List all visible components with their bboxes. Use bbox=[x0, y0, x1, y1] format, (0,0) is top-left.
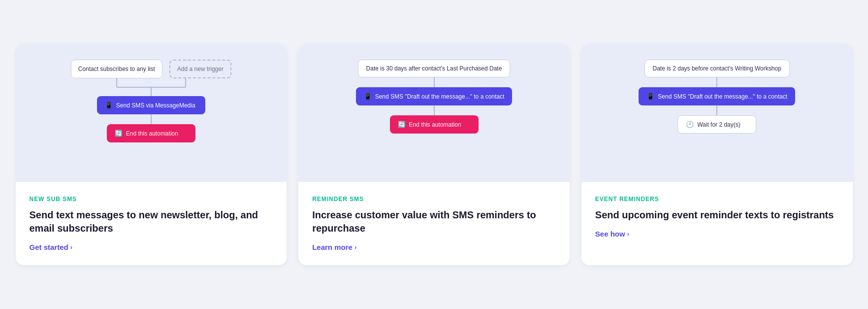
card-1-diagram: Contact subscribes to any list Add a new… bbox=[16, 44, 287, 182]
card-1-tag: NEW SUB SMS bbox=[30, 196, 273, 203]
refresh-icon-2: 🔄 bbox=[398, 121, 406, 128]
connector-1 bbox=[151, 114, 152, 124]
trigger-node-2-dashed: Add a new trigger bbox=[169, 60, 231, 78]
sms-icon-2: 📱 bbox=[364, 93, 372, 100]
card-2-tag: REMINDER SMS bbox=[312, 196, 556, 203]
card-3-link[interactable]: See how › bbox=[595, 230, 839, 238]
card-reminder-sms: Date is 30 days after contact's Last Pur… bbox=[298, 44, 570, 265]
chevron-icon-2: › bbox=[354, 243, 356, 251]
card-2-link[interactable]: Learn more › bbox=[312, 243, 556, 251]
card-2-content: REMINDER SMS Increase customer value wit… bbox=[298, 182, 570, 265]
card-1-flow: Contact subscribes to any list Add a new… bbox=[28, 60, 275, 142]
connector-2a bbox=[434, 77, 435, 87]
clock-icon-3: 🕐 bbox=[686, 121, 694, 128]
card-3-diagram: Date is 2 days before contact's Writing … bbox=[581, 44, 853, 182]
step-end-automation-1: 🔄 End this automation bbox=[107, 124, 195, 142]
step-end-automation-2: 🔄 End this automation bbox=[390, 115, 479, 134]
refresh-icon-1: 🔄 bbox=[115, 130, 123, 137]
connector-3a bbox=[716, 77, 717, 87]
card-3-flow: Date is 2 days before contact's Writing … bbox=[593, 60, 841, 134]
card-3-title: Send upcoming event reminder texts to re… bbox=[595, 208, 839, 222]
card-new-sub-sms: Contact subscribes to any list Add a new… bbox=[16, 44, 287, 265]
trigger-node-1: Contact subscribes to any list bbox=[71, 60, 162, 78]
sms-icon-1: 📱 bbox=[105, 102, 113, 109]
cards-container: Contact subscribes to any list Add a new… bbox=[16, 44, 853, 265]
card-1-title: Send text messages to new newsletter, bl… bbox=[30, 208, 273, 235]
step-send-sms-1: 📱 Send SMS via MessageMedia bbox=[97, 96, 205, 114]
card-3-tag: EVENT REMINDERS bbox=[595, 196, 839, 203]
card-1-triggers: Contact subscribes to any list Add a new… bbox=[28, 60, 275, 78]
card-1-link[interactable]: Get started › bbox=[30, 243, 273, 251]
branch-connector-svg bbox=[82, 78, 220, 96]
trigger-node-event: Date is 2 days before contact's Writing … bbox=[644, 60, 790, 77]
card-2-title: Increase customer value with SMS reminde… bbox=[312, 208, 556, 235]
step-send-sms-2: 📱 Send SMS "Draft out the message..." to… bbox=[356, 87, 513, 105]
card-3-content: EVENT REMINDERS Send upcoming event remi… bbox=[581, 182, 853, 265]
sms-icon-3: 📱 bbox=[646, 93, 654, 100]
chevron-icon-3: › bbox=[627, 230, 629, 238]
card-2-diagram: Date is 30 days after contact's Last Pur… bbox=[298, 44, 570, 182]
connector-2b bbox=[434, 105, 435, 115]
card-event-reminders: Date is 2 days before contact's Writing … bbox=[581, 44, 853, 265]
connector-3b bbox=[716, 105, 717, 115]
trigger-node-reminder: Date is 30 days after contact's Last Pur… bbox=[358, 60, 511, 77]
step-wait-3: 🕐 Wait for 2 day(s) bbox=[677, 115, 756, 134]
card-2-flow: Date is 30 days after contact's Last Pur… bbox=[310, 60, 558, 134]
card-1-content: NEW SUB SMS Send text messages to new ne… bbox=[16, 182, 287, 265]
chevron-icon-1: › bbox=[70, 243, 72, 251]
step-send-sms-3: 📱 Send SMS "Draft out the message..." to… bbox=[639, 87, 795, 105]
